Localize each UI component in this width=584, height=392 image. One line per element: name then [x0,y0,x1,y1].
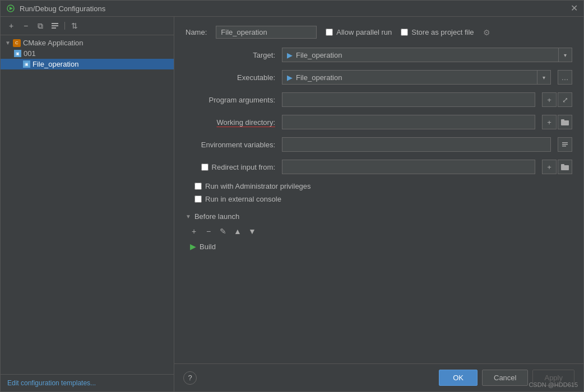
store-project-group: Store as project file [401,28,474,36]
redirect-input-field[interactable] [282,160,535,174]
before-launch-add-button[interactable]: + [188,225,200,237]
copy-config-button[interactable]: ⧉ [34,20,47,32]
working-dir-input[interactable] [282,115,535,129]
before-launch-remove-button[interactable]: − [202,225,215,237]
build-list-item[interactable]: ▶ Build [186,240,572,253]
store-project-checkbox[interactable] [401,29,408,36]
before-launch-edit-button[interactable]: ✎ [217,225,229,237]
svg-rect-11 [561,164,564,166]
redirect-add-button[interactable]: + [542,160,557,174]
name-row: Name: Allow parallel run Store as projec… [186,26,572,39]
project-gear-icon[interactable]: ⚙ [483,28,490,37]
working-dir-label: Working directory: [186,118,275,127]
executable-browse-button[interactable]: … [558,70,572,85]
svg-rect-3 [52,25,58,26]
sort-config-button[interactable]: ⇅ [68,20,81,32]
expand-arrow-cmake: ▼ [5,40,11,46]
cmake-icon: C [13,39,21,47]
working-dir-buttons: + [542,115,572,129]
working-dir-row: Working directory: + [186,115,572,129]
toolbar-divider [64,22,65,30]
redirect-input-buttons: + [542,160,572,174]
executable-target-icon: ▶ [287,73,293,82]
before-launch-arrow[interactable]: ▼ [186,213,191,220]
env-vars-row: Environment variables: [186,137,572,152]
build-label: Build [200,242,216,251]
target-icon: ▶ [287,51,293,59]
target-value: File_operation [296,51,342,59]
edit-templates-link[interactable]: Edit configuration templates... [1,374,174,391]
run-admin-checkbox[interactable] [194,183,202,190]
executable-row: Executable: ▶ File_operation ▾ … [186,70,572,85]
dialog-icon [6,4,15,13]
main-content: + − ⧉ ⇅ ▼ C CMake [1,17,583,391]
executable-label: Executable: [186,73,275,82]
working-dir-browse-button[interactable] [558,115,572,129]
before-launch-down-button[interactable]: ▼ [246,225,258,237]
env-vars-icon [562,141,568,148]
env-vars-label: Environment variables: [186,141,275,149]
file-icon-operation: ▣ [23,60,30,68]
target-row: Target: ▶ File_operation ▾ [186,48,572,62]
executable-dropdown-arrow[interactable]: ▾ [537,70,551,85]
run-external-label: Run in external console [205,195,281,203]
build-arrow-icon: ▶ [190,242,196,251]
right-panel: Name: Allow parallel run Store as projec… [174,17,583,391]
before-launch-up-button[interactable]: ▲ [231,225,244,237]
target-dropdown-container: ▶ File_operation ▾ [282,48,572,62]
target-dropdown-arrow[interactable]: ▾ [559,48,572,62]
bottom-bar: ? OK Cancel Apply [174,363,583,391]
before-launch-header: ▼ Before launch [186,212,572,221]
tree-item-cmake-application[interactable]: ▼ C CMake Application [1,38,174,48]
run-admin-row: Run with Administrator privileges [194,182,572,190]
name-input[interactable] [216,26,317,39]
cancel-button[interactable]: Cancel [482,370,528,386]
store-project-label: Store as project file [411,28,474,36]
ok-button[interactable]: OK [439,370,478,386]
program-args-label: Program arguments: [186,96,275,104]
title-bar: Run/Debug Configurations ✕ [1,1,583,17]
tree-toolbar: + − ⧉ ⇅ [1,17,174,35]
run-external-row: Run in external console [194,195,572,203]
svg-rect-2 [52,23,58,24]
folder-icon-001: ▣ [14,50,21,57]
env-vars-input[interactable] [282,137,551,152]
redirect-input-checkbox[interactable] [201,164,208,171]
executable-dropdown-container: ▶ File_operation ▾ [282,70,551,85]
svg-rect-8 [562,144,568,145]
allow-parallel-checkbox[interactable] [326,29,333,36]
before-launch-label: Before launch [194,212,239,221]
run-admin-label: Run with Administrator privileges [205,182,311,190]
target-label: Target: [186,51,275,59]
allow-parallel-group: Allow parallel run [326,28,392,36]
move-config-button[interactable] [49,20,61,32]
folder-browse-icon [561,119,569,125]
remove-config-button[interactable]: − [20,20,32,32]
program-args-add-button[interactable]: + [542,92,557,107]
redirect-browse-button[interactable] [558,160,572,174]
executable-value: File_operation [296,73,342,82]
move-icon [51,22,59,30]
help-button[interactable]: ? [183,371,197,385]
run-debug-dialog: Run/Debug Configurations ✕ + − ⧉ ⇅ [0,0,584,392]
program-args-row: Program arguments: + ⤢ [186,92,572,107]
right-content: Name: Allow parallel run Store as projec… [174,17,583,363]
env-vars-edit-button[interactable] [558,137,572,152]
tree-item-001[interactable]: ▣ 001 [1,48,174,59]
tree-item-file-operation[interactable]: ▣ File_operation [1,59,174,69]
redirect-input-label: Redirect input from: [212,163,275,171]
dialog-title: Run/Debug Configurations [20,4,105,13]
program-args-input[interactable] [282,92,535,107]
working-dir-add-button[interactable]: + [542,115,557,129]
program-args-expand-button[interactable]: ⤢ [558,92,572,107]
watermark: CSDN @HDD615 [529,381,578,388]
allow-parallel-label: Allow parallel run [336,28,392,36]
close-button[interactable]: ✕ [571,4,578,13]
config-tree: ▼ C CMake Application ▣ 001 ▣ File_opera… [1,35,174,374]
svg-rect-6 [561,119,564,122]
svg-marker-1 [10,7,13,10]
run-external-checkbox[interactable] [194,195,202,203]
redirect-input-row: Redirect input from: + [186,160,572,174]
svg-rect-7 [562,142,568,143]
add-config-button[interactable]: + [5,20,17,32]
